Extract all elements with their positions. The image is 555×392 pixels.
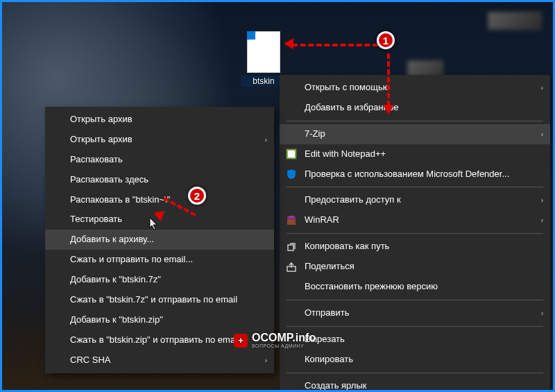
menu-label: Копировать как путь bbox=[305, 241, 389, 253]
menu-cut[interactable]: Вырезать bbox=[280, 330, 550, 350]
menu-label: Проверка с использованием Microsoft Defe… bbox=[305, 169, 509, 180]
menu-label: Копировать bbox=[305, 354, 353, 366]
submenu-compress-email[interactable]: Сжать и отправить по email... bbox=[45, 250, 274, 270]
menu-label: CRC SHA bbox=[70, 355, 111, 366]
blurred-thumbnail bbox=[488, 12, 542, 30]
menu-label: Добавить к архиву... bbox=[70, 234, 154, 246]
chevron-right-icon: › bbox=[541, 83, 543, 92]
menu-label: Открыть архив bbox=[70, 134, 133, 146]
menu-separator bbox=[287, 300, 543, 300]
menu-copy-path[interactable]: Копировать как путь bbox=[280, 237, 550, 257]
menu-label: Поделиться bbox=[305, 261, 355, 273]
menu-create-shortcut[interactable]: Создать ярлык bbox=[280, 376, 550, 392]
menu-separator bbox=[287, 121, 543, 121]
menu-restore[interactable]: Восстановить прежнюю версию bbox=[280, 277, 550, 297]
notepad-icon bbox=[285, 148, 298, 160]
chevron-right-icon: › bbox=[265, 356, 267, 365]
menu-label: Добавить к "btskin.7z" bbox=[70, 274, 161, 286]
submenu-compress-7z-email[interactable]: Сжать в "btskin.7z" и отправить по email bbox=[45, 290, 274, 310]
chevron-right-icon: › bbox=[541, 196, 543, 205]
menu-label: Edit with Notepad++ bbox=[305, 148, 386, 160]
menu-label: Сжать и отправить по email... bbox=[70, 254, 193, 266]
menu-share-access[interactable]: Предоставить доступ к › bbox=[280, 190, 550, 210]
menu-separator bbox=[287, 326, 543, 327]
badge-number: 1 bbox=[383, 35, 388, 46]
badge-number: 2 bbox=[194, 190, 200, 202]
menu-send[interactable]: Отправить › bbox=[280, 303, 550, 323]
menu-label: WinRAR bbox=[305, 214, 339, 226]
submenu-extract-here[interactable]: Распаковать здесь bbox=[45, 170, 274, 190]
chevron-right-icon: › bbox=[541, 216, 543, 225]
menu-share[interactable]: Поделиться bbox=[280, 257, 550, 277]
menu-label: Создать ярлык bbox=[305, 380, 366, 392]
menu-add-favorite[interactable]: Добавить в избранное bbox=[280, 98, 550, 118]
svg-rect-5 bbox=[288, 245, 293, 250]
menu-defender[interactable]: Проверка с использованием Microsoft Defe… bbox=[280, 164, 550, 185]
menu-label: Распаковать bbox=[70, 154, 123, 166]
annotation-arrow-1h bbox=[292, 44, 378, 46]
copy-path-icon bbox=[285, 241, 298, 253]
menu-label: Открыть архив bbox=[70, 114, 133, 126]
watermark-sub: ВОПРОСЫ АДМИНУ bbox=[252, 343, 316, 348]
chevron-right-icon: › bbox=[541, 130, 543, 139]
menu-separator bbox=[287, 233, 543, 234]
arrow-head-icon bbox=[284, 38, 293, 49]
menu-notepad[interactable]: Edit with Notepad++ bbox=[280, 144, 550, 164]
menu-label: Распаковать здесь bbox=[70, 174, 148, 186]
annotation-arrow-1v bbox=[387, 53, 390, 106]
annotation-badge-2: 2 bbox=[188, 187, 206, 205]
chevron-right-icon: › bbox=[265, 135, 267, 144]
submenu-crc-sha[interactable]: CRC SHA › bbox=[45, 350, 274, 370]
menu-label: Тестировать bbox=[70, 214, 122, 225]
winrar-icon bbox=[285, 214, 298, 227]
menu-winrar[interactable]: WinRAR › bbox=[280, 210, 550, 230]
submenu-open-archive[interactable]: Открыть архив bbox=[45, 110, 274, 130]
menu-separator bbox=[287, 187, 543, 187]
menu-copy[interactable]: Копировать bbox=[280, 350, 550, 370]
main-context-menu[interactable]: Открыть с помощью › Добавить в избранное… bbox=[280, 75, 550, 392]
submenu-add-archive[interactable]: Добавить к архиву... bbox=[45, 230, 274, 250]
menu-open-with[interactable]: Открыть с помощью › bbox=[280, 78, 550, 98]
menu-label: Открыть с помощью bbox=[305, 82, 389, 94]
menu-separator bbox=[287, 373, 543, 373]
share-icon bbox=[285, 261, 298, 273]
menu-label: 7-Zip bbox=[305, 128, 325, 140]
submenu-add-zip[interactable]: Добавить к "btskin.zip" bbox=[45, 310, 274, 330]
submenu-extract-folder[interactable]: Распаковать в "btskin~\" bbox=[45, 190, 274, 210]
menu-7zip[interactable]: 7-Zip › bbox=[280, 124, 550, 144]
submenu-open-archive-sub[interactable]: Открыть архив › bbox=[45, 130, 274, 150]
submenu-add-7z[interactable]: Добавить к "btskin.7z" bbox=[45, 270, 274, 290]
arrow-head-icon bbox=[383, 105, 394, 114]
svg-rect-4 bbox=[289, 216, 294, 218]
watermark-main: OCOMP.info bbox=[252, 332, 316, 343]
menu-label: Сжать в "btskin.7z" и отправить по email bbox=[70, 294, 237, 306]
menu-label: Добавить к "btskin.zip" bbox=[70, 314, 163, 326]
file-icon bbox=[247, 31, 280, 73]
submenu-extract[interactable]: Распаковать bbox=[45, 150, 274, 170]
menu-label: Сжать в "btskin.zip" и отправить по emai… bbox=[70, 334, 239, 346]
svg-rect-1 bbox=[288, 151, 295, 157]
menu-label: Восстановить прежнюю версию bbox=[305, 281, 438, 293]
chevron-right-icon: › bbox=[541, 309, 543, 318]
menu-label: Распаковать в "btskin~\" bbox=[70, 194, 170, 206]
watermark-icon: + bbox=[234, 334, 248, 348]
annotation-badge-1: 1 bbox=[377, 31, 395, 49]
menu-label: Отправить bbox=[305, 307, 349, 319]
defender-icon bbox=[285, 168, 298, 180]
menu-label: Предоставить доступ к bbox=[305, 194, 401, 206]
watermark: + OCOMP.info ВОПРОСЫ АДМИНУ bbox=[234, 332, 316, 348]
cursor-icon bbox=[149, 217, 159, 231]
